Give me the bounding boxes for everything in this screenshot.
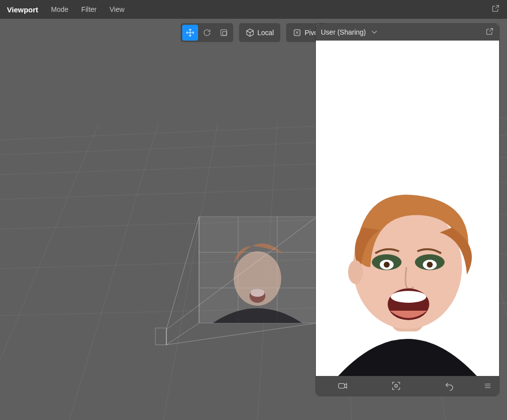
svg-point-21 [251,289,264,297]
move-tool-button[interactable] [182,25,198,41]
menu-view[interactable]: View [109,5,124,13]
more-button[interactable] [476,381,499,390]
svg-point-35 [384,262,390,268]
capture-button[interactable] [369,380,423,391]
svg-rect-25 [221,30,227,36]
space-dropdown[interactable]: Local [239,23,281,43]
svg-rect-26 [222,32,226,36]
capture-icon [391,380,402,391]
scale-tool-button[interactable] [216,25,232,41]
svg-point-40 [395,384,398,387]
space-label: Local [257,29,274,37]
hamburger-icon [483,381,492,390]
share-footer [316,376,499,396]
menu-mode[interactable]: Mode [51,5,68,13]
share-video-feed [316,41,499,376]
share-popout-icon[interactable] [485,27,494,38]
svg-point-30 [348,260,363,284]
popout-icon[interactable] [491,4,500,15]
svg-point-38 [391,291,426,303]
share-panel: User (Sharing) [316,24,499,396]
svg-rect-39 [339,383,345,388]
chevron-down-icon[interactable] [370,28,379,37]
cube-icon [246,28,254,37]
panel-title: Viewport [7,5,38,14]
topbar: Viewport Mode Filter View [0,0,507,19]
menu-filter[interactable]: Filter [81,5,97,13]
share-portrait [328,168,487,376]
camera-icon [337,380,348,391]
share-title: User (Sharing) [321,28,366,36]
close-icon [293,28,302,37]
svg-point-36 [427,262,433,268]
undo-icon [444,380,455,391]
rotate-tool-button[interactable] [199,25,215,41]
camera-button[interactable] [316,380,369,391]
share-header: User (Sharing) [316,24,499,41]
reset-button[interactable] [423,380,476,391]
svg-rect-22 [155,328,166,345]
transform-tool-group [180,23,234,43]
svg-line-8 [69,123,158,420]
svg-line-7 [0,123,99,420]
